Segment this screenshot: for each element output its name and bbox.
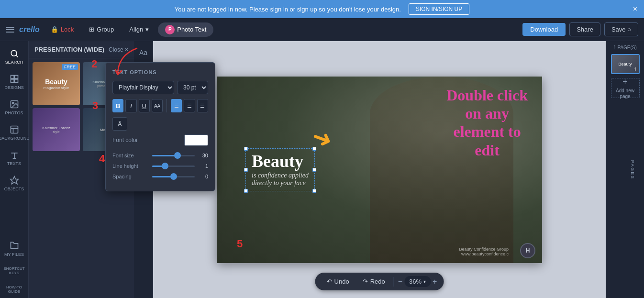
toolbar-divider xyxy=(394,277,394,287)
photo-text-button[interactable]: P Photo Text xyxy=(158,22,213,37)
italic-button[interactable]: I xyxy=(125,99,136,112)
left-sidebar: SEARCH DESIGNS PHOTOS BACKGROUND TEXTS O… xyxy=(0,41,29,298)
close-notif-button[interactable]: × xyxy=(633,5,637,13)
menu-icon[interactable] xyxy=(6,27,14,33)
sidebar-label-objects: OBJECTS xyxy=(4,187,24,191)
format-row: 3 B I U AA ☰ ☰ ☰ xyxy=(112,99,208,112)
template-thumb-1[interactable]: Beauty magazine style FREE xyxy=(33,62,80,105)
align-left-button[interactable]: ☰ xyxy=(171,99,182,112)
sel-handle-tr xyxy=(312,147,316,151)
sidebar-label-texts: TEXTS xyxy=(7,161,21,166)
line-height-slider-row: Line height 1 xyxy=(112,163,208,169)
bottom-badge: H xyxy=(520,243,535,258)
sel-handle-mr xyxy=(312,168,316,172)
sidebar-item-myfiles[interactable]: MY FILES xyxy=(0,237,28,261)
sidebar-item-background[interactable]: BACKGROUND xyxy=(2,121,27,144)
template-thumb-3[interactable]: Kalender Lorenz style xyxy=(33,108,80,151)
undo-button[interactable]: ↶ Undo xyxy=(320,276,356,287)
spacing-slider[interactable] xyxy=(152,176,195,177)
align-right-button[interactable]: ☰ xyxy=(197,99,208,112)
zoom-out-button[interactable]: − xyxy=(396,277,404,286)
page-thumb-1[interactable]: Beauty 1 xyxy=(611,54,640,74)
font-size-select[interactable]: 30 pt xyxy=(177,81,208,94)
sidebar-label-photos: PHOTOS xyxy=(5,110,23,115)
notif-message: You are not logged in now. Please sign i… xyxy=(175,6,401,13)
svg-rect-2 xyxy=(11,76,14,79)
line-height-slider[interactable] xyxy=(152,166,195,167)
howto-label: HOW-TOGUIDE xyxy=(6,285,22,294)
sel-handle-ml xyxy=(244,168,248,172)
sign-in-button[interactable]: SIGN IN/SIGN UP xyxy=(409,3,469,15)
bottom-logo: Beauty Confidence Groupwww.beautyconfide… xyxy=(459,247,509,256)
sidebar-item-search[interactable]: SEARCH xyxy=(2,45,27,68)
spacing-thumb[interactable] xyxy=(170,173,177,180)
redo-icon: ↷ xyxy=(363,278,368,285)
sel-handle-br xyxy=(312,189,316,193)
svg-point-7 xyxy=(12,102,13,104)
font-size-value: 30 xyxy=(199,153,208,158)
annotation-4: 4 xyxy=(99,153,105,165)
sidebar-item-designs[interactable]: DESIGNS xyxy=(2,70,27,94)
page-number-1: 1 xyxy=(634,67,637,72)
beauty-word: Beauty xyxy=(252,153,309,170)
add-page-icon: + xyxy=(622,77,628,87)
zoom-display: 36% ▾ xyxy=(404,276,431,287)
add-page-button[interactable]: + Add new page xyxy=(611,78,640,98)
bold-button[interactable]: B xyxy=(112,99,123,112)
case-button[interactable]: Ã xyxy=(112,117,127,131)
text-tool-button[interactable]: Aa xyxy=(136,45,151,60)
font-size-thumb[interactable] xyxy=(174,152,181,159)
line-height-value: 1 xyxy=(199,163,208,169)
sidebar-label-search: SEARCH xyxy=(5,60,23,65)
header-toolbar: crello 🔒 Lock ⊞ Group Align ▾ P Photo Te… xyxy=(0,18,644,41)
save-button[interactable]: Save ○ xyxy=(604,22,638,36)
share-button[interactable]: Share xyxy=(569,22,600,36)
annotation-5: 5 xyxy=(237,238,243,250)
font-family-select[interactable]: Playfair Display xyxy=(112,81,174,94)
align-center-button[interactable]: ☰ xyxy=(184,99,195,112)
underline-button[interactable]: U xyxy=(139,99,150,112)
color-swatch[interactable] xyxy=(184,134,208,146)
align-button[interactable]: Align ▾ xyxy=(123,23,155,36)
crello-logo: crello xyxy=(19,25,40,34)
redo-button[interactable]: ↷ Redo xyxy=(356,276,392,287)
sidebar-item-shortcut[interactable]: SHORTCUTKEYS xyxy=(2,263,27,279)
lock-icon: 🔒 xyxy=(51,26,58,33)
line-height-thumb[interactable] xyxy=(162,163,168,169)
canvas-area: Double clickon anyelement toedit ➜ Beaut… xyxy=(153,41,606,298)
canvas-wrapper: Double clickon anyelement toedit ➜ Beaut… xyxy=(217,77,542,263)
sidebar-item-howto[interactable]: HOW-TOGUIDE xyxy=(2,281,27,298)
sel-handle-bl xyxy=(244,189,248,193)
line-height-slider-label: Line height xyxy=(112,163,148,169)
canvas-background: Double clickon anyelement toedit ➜ Beaut… xyxy=(217,77,542,263)
font-size-slider[interactable] xyxy=(152,155,195,156)
download-button[interactable]: Download xyxy=(522,23,566,36)
sidebar-item-texts[interactable]: TEXTS xyxy=(2,146,27,170)
spacing-slider-row: Spacing 0 xyxy=(112,174,208,179)
svg-rect-3 xyxy=(14,76,18,79)
uppercase-button[interactable]: AA xyxy=(152,99,163,112)
text-options-panel: 2 TEXT OPTIONS Playfair Display 30 pt 3 … xyxy=(105,62,215,191)
spacing-slider-label: Spacing xyxy=(112,174,148,179)
bottom-toolbar: ↶ Undo ↷ Redo − 36% ▾ + xyxy=(315,273,444,290)
lock-button[interactable]: 🔒 Lock xyxy=(44,23,80,36)
overlay-tutorial-text: Double clickon anyelement toedit xyxy=(446,86,528,160)
zoom-in-button[interactable]: + xyxy=(431,277,439,286)
group-button[interactable]: ⊞ Group xyxy=(83,23,120,36)
add-page-label: Add new page xyxy=(611,88,639,99)
sidebar-item-photos[interactable]: PHOTOS xyxy=(2,96,27,119)
spacing-value: 0 xyxy=(199,174,208,179)
sidebar-item-objects[interactable]: OBJECTS xyxy=(2,172,27,195)
font-size-fill xyxy=(152,155,178,156)
sidebar-label-designs: DESIGNS xyxy=(4,85,24,90)
shortcut-label: SHORTCUTKEYS xyxy=(3,266,24,276)
font-color-label: Font color xyxy=(112,137,138,143)
close-panel-button[interactable]: Close × xyxy=(109,46,128,53)
text-options-title: TEXT OPTIONS xyxy=(112,69,208,75)
zoom-dropdown-icon: ▾ xyxy=(423,279,426,284)
beauty-text-element[interactable]: Beauty is confidence applieddirectly to … xyxy=(245,148,315,191)
pages-side-label: PAGES xyxy=(630,160,635,179)
case-row: Ã xyxy=(112,117,208,131)
annotation-3: 3 xyxy=(92,99,98,112)
annotation-2: 2 xyxy=(91,58,97,70)
